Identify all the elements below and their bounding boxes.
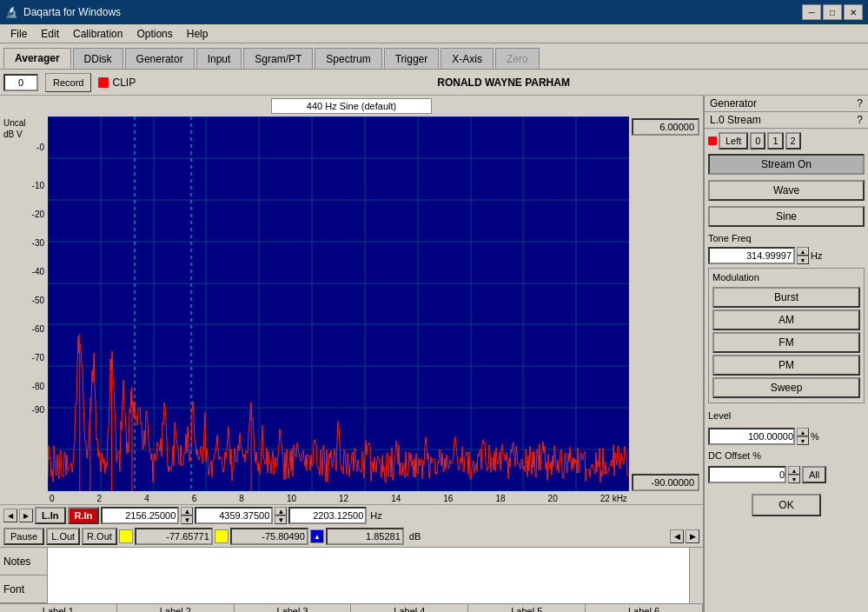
controls-row1: ◀ ▶ L.In R.In ▲ ▼ ▲ ▼ Hz	[0, 504, 703, 526]
gen-ch0-button[interactable]: 0	[750, 132, 765, 150]
canvas-section: 6.00000 -90.00000 0 2 4 6 8 10 12 14 1	[48, 116, 703, 504]
tab-xaxis[interactable]: X-Axis	[441, 48, 494, 69]
freq1-down[interactable]: ▼	[181, 516, 193, 524]
scroll-left[interactable]: ◀	[670, 529, 684, 543]
freq3-input[interactable]	[288, 507, 367, 524]
record-button[interactable]: Record	[45, 73, 91, 92]
gen-freq-up[interactable]: ▲	[797, 247, 809, 256]
font-button[interactable]: Font	[0, 575, 47, 603]
tab-input[interactable]: Input	[196, 48, 242, 69]
label-header-3: Label 3	[235, 604, 352, 612]
sine-button[interactable]: Sine	[708, 206, 865, 227]
r-out-button[interactable]: R.Out	[82, 528, 117, 545]
gen-modulation-group: Modulation Burst AM FM PM Sweep	[708, 268, 865, 403]
sweep-button[interactable]: Sweep	[712, 377, 860, 398]
db3-input[interactable]	[326, 528, 404, 545]
menu-edit[interactable]: Edit	[34, 27, 66, 41]
main-layout: 440 Hz Sine (default) Uncal dB V -0 -10 …	[0, 96, 868, 612]
title-bar: 🔬 Daqarta for Windows ─ □ ✕	[0, 0, 868, 24]
gen-offset-input[interactable]	[708, 466, 786, 483]
freq1-up[interactable]: ▲	[181, 507, 193, 516]
tab-sgram[interactable]: Sgram/PT	[243, 48, 313, 69]
r-in-button[interactable]: R.In	[68, 507, 100, 524]
gen-level-up[interactable]: ▲	[797, 428, 809, 436]
tab-spectrum[interactable]: Spectrum	[315, 48, 381, 69]
x-val-4: 8	[239, 494, 244, 503]
gen-freq-down[interactable]: ▼	[797, 256, 809, 264]
menu-file[interactable]: File	[3, 27, 34, 41]
menu-options[interactable]: Options	[129, 27, 179, 41]
tab-zero[interactable]: Zero	[495, 48, 540, 69]
next-button[interactable]: ▶	[19, 509, 33, 522]
gen-level-input[interactable]	[708, 428, 795, 445]
tab-bar: Averager DDisk Generator Input Sgram/PT …	[0, 43, 868, 70]
wave-button[interactable]: Wave	[708, 180, 865, 201]
x-val-8: 16	[443, 494, 453, 503]
gen-ok-button[interactable]: OK	[752, 494, 821, 516]
gen-level-row: ▲ ▼ %	[708, 428, 865, 445]
yellow-indicator-1	[119, 529, 133, 543]
gen-title: Generator	[710, 97, 757, 110]
level-label: Level	[708, 410, 865, 421]
y-val-4: -40	[32, 257, 44, 286]
pm-button[interactable]: PM	[712, 355, 860, 376]
tab-averager[interactable]: Averager	[3, 48, 71, 69]
spectrum-canvas	[48, 116, 629, 491]
scroll-right[interactable]: ▶	[686, 529, 699, 543]
freq1-input[interactable]	[101, 507, 179, 524]
y-val-7: -70	[32, 343, 44, 372]
prev-button[interactable]: ◀	[3, 509, 17, 522]
am-button[interactable]: AM	[712, 309, 860, 330]
gen-stream-bar: L.0 Stream ?	[705, 112, 868, 129]
freq2-up[interactable]: ▲	[275, 507, 287, 516]
gen-stream-question[interactable]: ?	[857, 114, 863, 126]
gen-title-bar: Generator ?	[705, 96, 868, 112]
toolbar-input[interactable]	[3, 74, 38, 91]
y-val-1: -10	[32, 171, 44, 200]
db2-input[interactable]	[230, 528, 308, 545]
chart-wrapper: Uncal dB V -0 -10 -20 -30 -40 -50 -60 -7…	[0, 116, 703, 504]
gen-ch1-button[interactable]: 1	[767, 132, 783, 150]
gen-left-button[interactable]: Left	[719, 132, 748, 150]
y-axis: Uncal dB V -0 -10 -20 -30 -40 -50 -60 -7…	[0, 116, 48, 504]
gen-level-down[interactable]: ▼	[797, 436, 809, 445]
gen-freq-input[interactable]	[708, 247, 795, 264]
close-button[interactable]: ✕	[844, 4, 863, 20]
db-label: dB	[409, 531, 421, 542]
tab-ddisk[interactable]: DDisk	[73, 48, 123, 69]
notes-scrollbar[interactable]	[689, 548, 703, 603]
notes-button[interactable]: Notes	[0, 548, 47, 575]
gen-offset-down[interactable]: ▼	[788, 475, 800, 483]
gen-all-button[interactable]: All	[802, 466, 826, 483]
gen-question-1[interactable]: ?	[857, 97, 863, 110]
menu-help[interactable]: Help	[180, 27, 215, 41]
gen-freq-row: ▲ ▼ Hz	[708, 247, 865, 264]
db1-input[interactable]	[135, 528, 213, 545]
tab-generator[interactable]: Generator	[125, 48, 195, 69]
modulation-label: Modulation	[712, 272, 860, 283]
x-val-11: 22 kHz	[600, 494, 627, 503]
blue-indicator: ▲	[310, 529, 324, 543]
y-val-9: -90	[32, 401, 44, 415]
maximize-button[interactable]: □	[823, 4, 842, 20]
spectrum-chart[interactable]	[48, 116, 629, 491]
tab-trigger[interactable]: Trigger	[384, 48, 440, 69]
notes-section: Notes Font	[0, 547, 703, 603]
burst-button[interactable]: Burst	[712, 287, 860, 308]
freq2-input[interactable]	[195, 507, 273, 524]
pause-button[interactable]: Pause	[3, 528, 44, 545]
minimize-button[interactable]: ─	[802, 4, 821, 20]
gen-freq-spin: ▲ ▼	[797, 247, 809, 264]
gen-ch2-button[interactable]: 2	[785, 132, 801, 150]
signal-label-row: 440 Hz Sine (default)	[0, 96, 703, 116]
notes-textarea[interactable]	[48, 548, 689, 603]
gen-offset-up[interactable]: ▲	[788, 466, 800, 475]
l-out-button[interactable]: L.Out	[46, 528, 80, 545]
fm-button[interactable]: FM	[712, 332, 860, 353]
freq2-down[interactable]: ▼	[275, 516, 287, 524]
label-header-4: Label 4	[351, 604, 468, 612]
stream-on-button[interactable]: Stream On	[708, 154, 865, 175]
app-icon: 🔬	[5, 6, 18, 18]
menu-calibration[interactable]: Calibration	[66, 27, 129, 41]
l-in-button[interactable]: L.In	[35, 507, 66, 524]
